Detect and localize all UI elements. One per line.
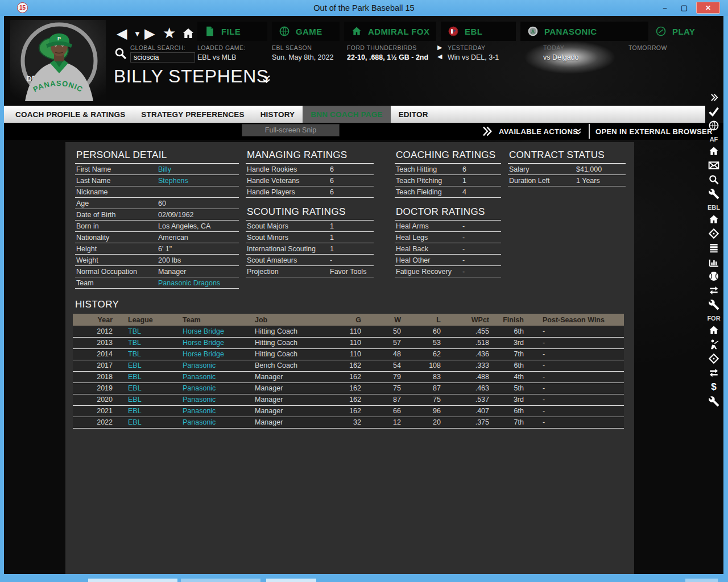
ebl-home-button[interactable] [707,213,721,226]
diamond-icon [708,353,719,364]
divider [589,124,590,139]
tab-coach-profile-ratings[interactable]: COACH PROFILE & RATINGS [7,106,133,123]
home-button[interactable] [181,27,195,40]
col-g[interactable]: G [323,314,361,326]
col-wpct[interactable]: WPct [441,314,489,326]
ebl-options-button[interactable] [707,298,721,311]
section-title: SCOUTING RATINGS [246,206,374,221]
league-link[interactable]: EBL [113,417,167,428]
prev-game-arrow-icon[interactable]: ◀ [437,53,442,60]
minimize-button[interactable]: – [657,2,672,14]
world-button[interactable] [707,119,721,132]
for-roster-button[interactable] [707,338,721,351]
year-cell: 2017 [73,360,113,371]
for-options-button[interactable] [707,395,721,408]
tab-editor[interactable]: EDITOR [391,106,436,123]
col-finish[interactable]: Finish [489,314,524,326]
menu-file[interactable]: FILE [197,22,267,41]
menu-play[interactable]: PLAY [648,22,708,41]
team-link[interactable]: Panasonic [167,405,255,417]
menu-panasonic[interactable]: PANASONIC [520,22,648,41]
team-link[interactable]: Panasonic [167,371,255,383]
confirm-button[interactable] [707,105,721,118]
maximize-button[interactable]: ▢ [677,2,692,14]
af-search-button[interactable] [707,173,721,186]
col-job[interactable]: Job [255,314,323,326]
post-season-wins-cell: - [524,360,624,371]
menu-ebl[interactable]: EBL [441,22,516,41]
chevron-down-icon[interactable] [574,127,582,136]
global-search-input[interactable] [130,52,195,63]
team-link[interactable]: Horse Bridge [167,326,255,337]
contract-row: Salary $41,000 [508,164,626,175]
rating-value: - [462,266,465,277]
team-link[interactable]: Panasonic [167,360,255,371]
league-link[interactable]: EBL [113,383,167,394]
next-game-arrow-icon[interactable]: ▶ [437,44,442,51]
open-external-browser-button[interactable]: OPEN IN EXTERNAL BROWSER [595,123,713,140]
for-transactions-button[interactable] [707,367,721,379]
wpct-cell: .455 [441,326,489,337]
col-w[interactable]: W [361,314,401,326]
finish-cell: 7th [489,417,524,428]
col-league[interactable]: League [113,314,167,326]
tab-history[interactable]: HISTORY [253,106,303,123]
ebl-league-logo-icon [448,26,459,37]
ebl-field-button[interactable] [707,227,721,240]
tab-strategy-preferences[interactable]: STRATEGY PREFERENCES [133,106,252,123]
wrench-icon [708,188,719,199]
col-year[interactable]: Year [73,314,113,326]
rating-row: Scout Majors 1 [246,221,374,232]
detail-value: 60 [158,198,166,209]
league-link[interactable]: EBL [113,371,167,383]
games-cell: 110 [323,326,361,337]
ebl-scores-button[interactable] [707,270,721,282]
section-title: PERSONAL DETAIL [75,149,239,164]
collapse-rail-button[interactable] [707,91,721,103]
window-border-right [723,16,728,582]
col-l[interactable]: L [401,314,441,326]
for-home-button[interactable] [707,324,721,336]
col-team[interactable]: Team [167,314,255,326]
double-chevron-right-icon[interactable] [481,125,493,138]
ebl-stats-button[interactable] [707,256,721,268]
af-home-button[interactable] [707,145,721,157]
team-link[interactable]: Horse Bridge [167,348,255,360]
ebl-transactions-button[interactable] [707,284,721,297]
coach-page-panel: PERSONAL DETAIL First Name Billy Last Na… [65,142,634,574]
detail-row: Born in Los Angeles, CA [75,221,239,232]
team-link[interactable]: Panasonic [167,394,255,405]
league-link[interactable]: EBL [113,394,167,405]
back-button[interactable]: ◀ [117,26,127,41]
coach-selector-chevron-icon[interactable] [261,74,272,85]
bookmark-star-button[interactable]: ★ [163,24,176,42]
forward-button[interactable]: ▶ [144,26,155,41]
tab-bnn-coach-page[interactable]: BNN COACH PAGE [303,106,390,123]
col-post-season-wins[interactable]: Post-Season Wins [524,314,624,326]
team-link[interactable]: Horse Bridge [167,337,255,348]
close-button[interactable]: ✕ [696,2,720,14]
detail-label: Normal Occupation [76,266,137,277]
taskbar-button [181,579,260,582]
league-link[interactable]: TBL [113,326,167,337]
menu-admiral-fox[interactable]: ADMIRAL FOX [344,22,436,41]
league-link[interactable]: TBL [113,348,167,360]
mail-icon [708,160,719,171]
team-link[interactable]: Panasonic [167,417,255,428]
menu-game[interactable]: GAME [272,22,340,41]
league-link[interactable]: EBL [113,405,167,417]
league-link[interactable]: TBL [113,337,167,348]
league-link[interactable]: EBL [113,360,167,371]
rating-label: Heal Other [396,255,430,266]
ebl-standings-button[interactable] [707,242,721,254]
wpct-cell: .375 [441,417,489,428]
history-dropdown-button[interactable]: ▼ [134,30,141,38]
for-finances-button[interactable]: $ [707,381,721,393]
af-mail-button[interactable] [707,159,721,172]
rating-value: - [330,255,332,266]
available-actions-button[interactable]: AVAILABLE ACTIONS [499,123,578,140]
for-field-button[interactable] [707,352,721,365]
af-settings-button[interactable] [707,188,721,200]
search-icon[interactable] [114,47,127,60]
team-link[interactable]: Panasonic [167,383,255,394]
